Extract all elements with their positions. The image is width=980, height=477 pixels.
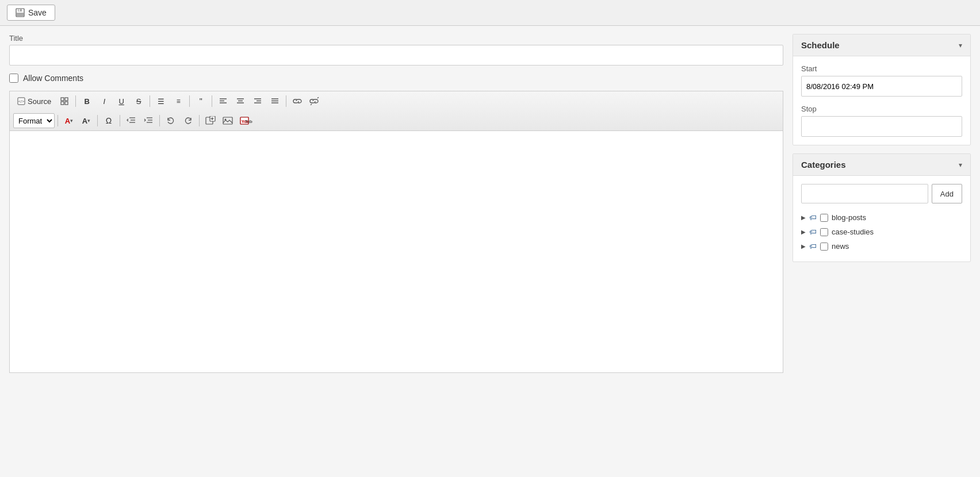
start-label: Start bbox=[801, 64, 962, 73]
main-content: Title Allow Comments </> Source bbox=[0, 26, 980, 381]
editor-container: </> Source bbox=[9, 91, 783, 373]
case-studies-label[interactable]: case-studies bbox=[832, 228, 874, 236]
category-item: ▶ 🏷 blog-posts bbox=[801, 210, 962, 225]
svg-line-23 bbox=[311, 104, 312, 105]
decrease-indent-button[interactable] bbox=[123, 113, 139, 128]
right-panel: Schedule ▾ Start Stop Categories ▾ bbox=[793, 34, 971, 373]
top-bar: Save bbox=[0, 0, 980, 26]
unlink-icon bbox=[309, 97, 320, 105]
redo-button[interactable] bbox=[180, 113, 196, 128]
bold-icon: B bbox=[85, 97, 90, 106]
svg-rect-7 bbox=[65, 98, 68, 101]
insert-file-icon bbox=[205, 116, 216, 125]
align-left-icon bbox=[219, 98, 227, 105]
maximize-icon bbox=[60, 97, 68, 105]
font-color-button[interactable]: A ▾ bbox=[61, 113, 77, 128]
title-field-group: Title bbox=[9, 34, 783, 66]
align-right-button[interactable] bbox=[250, 94, 266, 109]
increase-indent-button[interactable] bbox=[140, 113, 156, 128]
sep10 bbox=[199, 115, 200, 126]
justify-button[interactable] bbox=[267, 94, 283, 109]
link-button[interactable] bbox=[289, 94, 305, 109]
align-right-icon bbox=[254, 98, 262, 105]
case-studies-checkbox[interactable] bbox=[820, 228, 828, 236]
save-icon bbox=[16, 8, 25, 17]
svg-line-22 bbox=[317, 97, 319, 98]
stop-field-group: Stop bbox=[801, 105, 962, 137]
underline-button[interactable]: U bbox=[113, 94, 129, 109]
svg-rect-34 bbox=[223, 117, 232, 124]
left-panel: Title Allow Comments </> Source bbox=[9, 34, 783, 373]
sep1 bbox=[75, 95, 76, 107]
categories-header[interactable]: Categories ▾ bbox=[793, 154, 970, 176]
format-dropdown[interactable]: Format bbox=[13, 113, 55, 128]
insert-video-button[interactable]: You Tube You Tube bbox=[237, 113, 255, 128]
blockquote-button[interactable]: " bbox=[193, 94, 209, 109]
save-button[interactable]: Save bbox=[7, 5, 55, 21]
align-center-button[interactable] bbox=[232, 94, 248, 109]
ordered-list-button[interactable]: ≡ bbox=[170, 94, 186, 109]
source-button[interactable]: </> Source bbox=[13, 94, 55, 109]
start-input[interactable] bbox=[801, 76, 962, 97]
svg-text:Tube: Tube bbox=[245, 120, 252, 124]
maximize-button[interactable] bbox=[56, 94, 72, 109]
categories-input-row: Add bbox=[801, 184, 962, 203]
bg-color-button[interactable]: A ▾ bbox=[78, 113, 94, 128]
align-left-button[interactable] bbox=[215, 94, 231, 109]
toolbar-row-1: </> Source bbox=[10, 91, 783, 111]
strikethrough-button[interactable]: S bbox=[131, 94, 147, 109]
stop-input[interactable] bbox=[801, 116, 962, 137]
blog-posts-checkbox[interactable] bbox=[820, 214, 828, 222]
schedule-body: Start Stop bbox=[793, 56, 970, 145]
categories-section: Categories ▾ Add ▶ 🏷 blog-posts ▶ 🏷 bbox=[793, 153, 971, 262]
unordered-list-button[interactable]: ☰ bbox=[153, 94, 169, 109]
font-color-icon: A bbox=[65, 117, 70, 125]
news-checkbox[interactable] bbox=[820, 243, 828, 251]
sep7 bbox=[97, 115, 98, 126]
italic-button[interactable]: I bbox=[96, 94, 112, 109]
editor-body[interactable] bbox=[10, 131, 783, 372]
special-chars-button[interactable]: Ω bbox=[101, 113, 117, 128]
italic-icon: I bbox=[103, 97, 105, 106]
blog-posts-label[interactable]: blog-posts bbox=[832, 213, 866, 222]
increase-indent-icon bbox=[144, 117, 153, 125]
link-icon bbox=[293, 97, 302, 105]
justify-icon bbox=[271, 98, 279, 105]
schedule-header[interactable]: Schedule ▾ bbox=[793, 34, 970, 56]
underline-icon: U bbox=[119, 97, 124, 106]
decrease-indent-icon bbox=[127, 117, 136, 125]
bold-button[interactable]: B bbox=[79, 94, 95, 109]
tag-icon: 🏷 bbox=[809, 242, 817, 251]
svg-rect-9 bbox=[65, 102, 68, 105]
ol-icon: ≡ bbox=[177, 97, 181, 105]
ul-icon: ☰ bbox=[158, 97, 164, 106]
source-label: Source bbox=[28, 97, 51, 106]
unlink-button[interactable] bbox=[307, 94, 323, 109]
schedule-chevron-icon: ▾ bbox=[959, 41, 962, 49]
svg-text:</>: </> bbox=[18, 99, 24, 103]
category-input[interactable] bbox=[801, 184, 928, 203]
allow-comments-checkbox[interactable] bbox=[9, 74, 18, 83]
title-label: Title bbox=[9, 34, 783, 43]
schedule-title: Schedule bbox=[801, 40, 840, 50]
sep8 bbox=[120, 115, 120, 126]
sep2 bbox=[150, 95, 150, 107]
category-expand-arrow[interactable]: ▶ bbox=[801, 243, 806, 249]
sep9 bbox=[159, 115, 160, 126]
add-category-button[interactable]: Add bbox=[932, 184, 962, 203]
tag-icon: 🏷 bbox=[809, 228, 817, 236]
bg-color-icon: A bbox=[82, 117, 87, 125]
align-center-icon bbox=[236, 98, 244, 105]
insert-image-button[interactable] bbox=[220, 113, 236, 128]
category-expand-arrow[interactable]: ▶ bbox=[801, 214, 806, 221]
category-expand-arrow[interactable]: ▶ bbox=[801, 229, 806, 235]
sep5 bbox=[286, 95, 286, 107]
svg-rect-2 bbox=[19, 9, 20, 11]
insert-video-icon: You Tube You Tube bbox=[240, 116, 252, 125]
insert-file-button[interactable] bbox=[202, 113, 219, 128]
undo-button[interactable] bbox=[163, 113, 179, 128]
title-input[interactable] bbox=[9, 45, 783, 66]
news-label[interactable]: news bbox=[832, 242, 849, 251]
allow-comments-label[interactable]: Allow Comments bbox=[23, 74, 83, 83]
strikethrough-icon: S bbox=[136, 97, 141, 106]
